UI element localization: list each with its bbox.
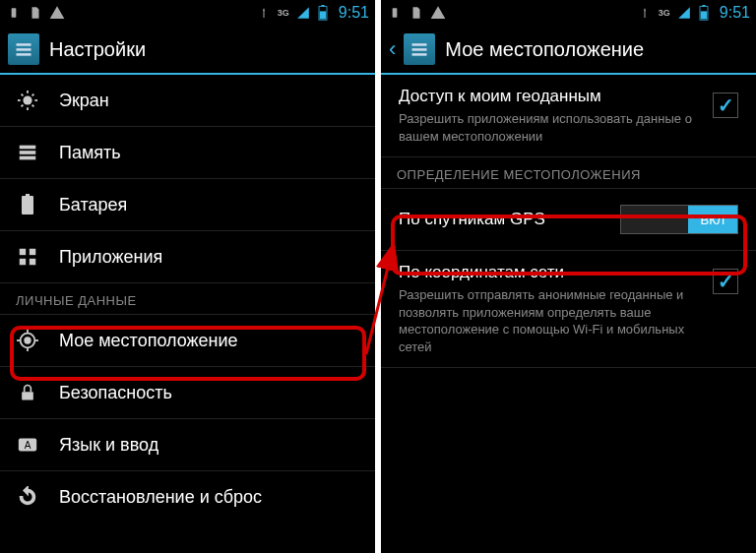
svg-rect-21 [20,249,26,255]
item-title: Доступ к моим геоданным [399,87,701,106]
status-clock: 9:51 [720,4,750,22]
toggle-on-side: ВКЛ [688,206,737,233]
antenna-icon [637,5,653,21]
svg-line-15 [32,94,34,96]
item-label: Экран [59,91,109,111]
svg-rect-40 [412,53,427,55]
lock-icon [16,381,39,404]
settings-icon [8,33,39,65]
svg-rect-18 [20,156,36,160]
svg-rect-36 [702,5,705,7]
svg-rect-16 [20,146,36,150]
language-icon: A [16,433,39,457]
settings-list: Экран Память Батарея Приложения ЛИЧНЫЕ Д… [0,75,375,553]
warning-icon [430,5,446,21]
svg-point-26 [25,338,31,343]
check-icon: ✓ [718,93,734,117]
svg-rect-2 [321,5,324,7]
item-security[interactable]: Безопасность [0,367,375,419]
item-battery[interactable]: Батарея [0,179,375,231]
location-icon [16,329,39,352]
item-storage[interactable]: Память [0,127,375,179]
item-label: Восстановление и сброс [59,487,262,508]
usb-icon [387,5,403,21]
antenna-icon [256,5,272,21]
phone-location: 3G 9:51 ‹ Мое местоположение Доступ к мо… [381,0,756,553]
svg-rect-39 [412,48,427,51]
svg-rect-5 [17,48,32,51]
item-label: Язык и ввод [59,435,158,456]
status-clock: 9:51 [339,4,369,22]
display-icon [16,89,39,112]
item-label: По спутникам GPS [399,210,610,229]
svg-rect-20 [22,196,33,215]
svg-rect-4 [17,43,32,46]
item-location[interactable]: Мое местоположение [0,315,375,367]
section-personal: ЛИЧНЫЕ ДАННЫЕ [0,283,375,315]
settings-icon[interactable] [404,33,435,65]
svg-rect-37 [701,11,707,19]
toggle-off-side [621,206,688,233]
svg-rect-34 [393,8,398,17]
item-label: Безопасность [59,383,172,403]
signal-icon [676,5,692,21]
item-language[interactable]: A Язык и ввод [0,419,375,471]
back-icon[interactable]: ‹ [389,36,396,62]
svg-rect-23 [20,259,26,265]
backup-icon [16,485,39,509]
item-title: По координатам сети [399,263,701,282]
status-bar: 3G 9:51 [0,0,375,26]
svg-line-12 [22,94,24,96]
item-geo-access[interactable]: Доступ к моим геоданным Разрешить прилож… [381,75,756,157]
svg-rect-19 [26,194,30,196]
svg-rect-17 [20,151,36,154]
usb-icon [6,5,22,21]
item-label: Батарея [59,195,127,215]
phone-settings: 3G 9:51 Настройки Экран Память Батарея П… [0,0,375,553]
item-apps[interactable]: Приложения [0,231,375,283]
battery-icon [16,193,39,216]
signal-icon [295,5,311,21]
svg-line-13 [32,105,34,107]
svg-rect-0 [12,8,17,17]
location-list: Доступ к моим геоданным Разрешить прилож… [381,75,756,553]
apps-icon [16,245,39,269]
section-location-detect: ОПРЕДЕЛЕНИЕ МЕСТОПОЛОЖЕНИЯ [381,157,756,189]
threeg-icon: 3G [657,5,672,21]
svg-rect-38 [412,43,427,46]
svg-point-7 [23,95,32,104]
check-icon: ✓ [718,270,734,293]
svg-rect-31 [22,392,33,399]
item-desc: Разрешить отправлять анонимные геоданные… [399,286,701,355]
page-title: Настройки [49,38,146,61]
warning-icon [49,5,65,21]
item-label: Мое местоположение [59,331,238,351]
svg-rect-3 [320,11,326,19]
svg-line-14 [22,105,24,107]
item-gps[interactable]: По спутникам GPS ВКЛ [381,189,756,251]
item-network-location[interactable]: По координатам сети Разрешить отправлять… [381,251,756,368]
svg-rect-6 [17,53,32,55]
battery-icon [315,5,331,21]
header: Настройки [0,26,375,75]
svg-rect-24 [30,259,35,265]
item-display[interactable]: Экран [0,75,375,127]
item-desc: Разрешить приложениям использовать данны… [399,110,701,145]
battery-icon [696,5,712,21]
svg-text:A: A [25,440,32,451]
svg-rect-22 [30,249,35,255]
page-title: Мое местоположение [445,38,644,61]
checkbox-geo[interactable]: ✓ [713,92,738,118]
sim-icon [28,5,43,21]
item-label: Память [59,143,121,163]
item-label: Приложения [59,247,162,268]
item-backup[interactable]: Восстановление и сброс [0,471,375,522]
threeg-icon: 3G [276,5,291,21]
sim-icon [409,5,424,21]
status-bar: 3G 9:51 [381,0,756,26]
toggle-gps[interactable]: ВКЛ [620,205,738,234]
storage-icon [16,141,39,164]
checkbox-net[interactable]: ✓ [713,269,738,294]
header: ‹ Мое местоположение [381,26,756,75]
